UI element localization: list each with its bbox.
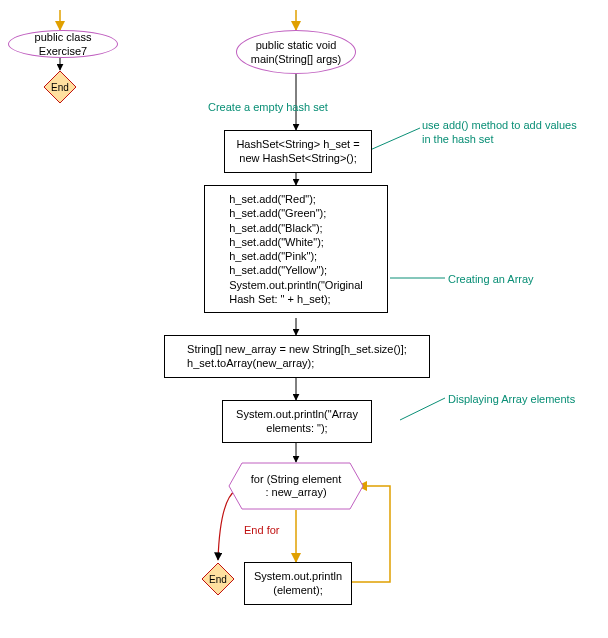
annotation-create-hashset: Create a empty hash set bbox=[208, 100, 328, 114]
method-declaration-label: public static void main(String[] args) bbox=[251, 38, 341, 67]
hashset-declaration-text: HashSet<String> h_set = new HashSet<Stri… bbox=[236, 137, 359, 166]
hashset-adds-text: h_set.add("Red"); h_set.add("Green"); h_… bbox=[229, 192, 363, 306]
connectors bbox=[0, 0, 608, 638]
class-declaration-label: public class Exercise7 bbox=[17, 30, 109, 59]
end-for-label: End for bbox=[244, 524, 279, 536]
hashset-adds-box: h_set.add("Red"); h_set.add("Green"); h_… bbox=[204, 185, 388, 313]
print-header-box: System.out.println("Array elements: "); bbox=[222, 400, 372, 443]
svg-line-12 bbox=[400, 398, 445, 420]
end-label-main: End bbox=[201, 562, 235, 596]
new-array-text: String[] new_array = new String[h_set.si… bbox=[187, 342, 407, 371]
end-diamond-left: End bbox=[43, 70, 77, 104]
hashset-declaration-box: HashSet<String> h_set = new HashSet<Stri… bbox=[224, 130, 372, 173]
new-array-box: String[] new_array = new String[h_set.si… bbox=[164, 335, 430, 378]
end-label-left: End bbox=[43, 70, 77, 104]
method-declaration-ellipse: public static void main(String[] args) bbox=[236, 30, 356, 74]
annotation-creating-array: Creating an Array bbox=[448, 272, 534, 286]
end-diamond-main: End bbox=[201, 562, 235, 596]
svg-line-10 bbox=[370, 128, 420, 150]
annotation-displaying-array: Displaying Array elements bbox=[448, 392, 575, 406]
print-element-box: System.out.println (element); bbox=[244, 562, 352, 605]
for-loop-hexagon: for (String element : new_array) bbox=[228, 462, 364, 510]
class-declaration-ellipse: public class Exercise7 bbox=[8, 30, 118, 58]
for-loop-label: for (String element : new_array) bbox=[228, 462, 364, 510]
annotation-add-method: use add() method to add values in the ha… bbox=[422, 118, 582, 147]
print-header-text: System.out.println("Array elements: "); bbox=[236, 407, 358, 436]
print-element-text: System.out.println (element); bbox=[254, 569, 342, 598]
